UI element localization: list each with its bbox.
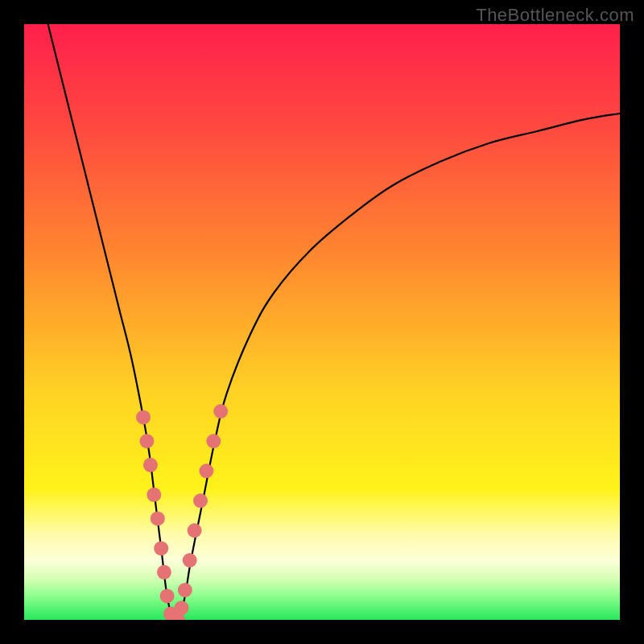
highlight-dot (188, 523, 202, 538)
highlight-dot (213, 404, 228, 419)
chart-frame: TheBottleneck.com (0, 0, 644, 644)
watermark-text: TheBottleneck.com (476, 5, 634, 26)
highlight-dot (193, 493, 208, 508)
curve-layer (24, 24, 620, 620)
highlight-dot (136, 410, 151, 424)
plot-area (24, 24, 620, 620)
dots-group (136, 404, 228, 620)
highlight-dot (174, 601, 188, 615)
highlight-dot (199, 464, 213, 478)
highlight-dot (178, 583, 192, 597)
highlight-dot (143, 458, 158, 473)
highlight-dot (183, 553, 197, 568)
highlight-dot (139, 434, 154, 448)
highlight-dot (154, 541, 168, 555)
highlight-dot (147, 488, 161, 502)
highlight-dot (206, 434, 221, 448)
highlight-dot (151, 511, 165, 526)
highlight-dot (157, 565, 171, 580)
highlight-dot (160, 588, 175, 603)
bottleneck-curve (48, 24, 620, 620)
